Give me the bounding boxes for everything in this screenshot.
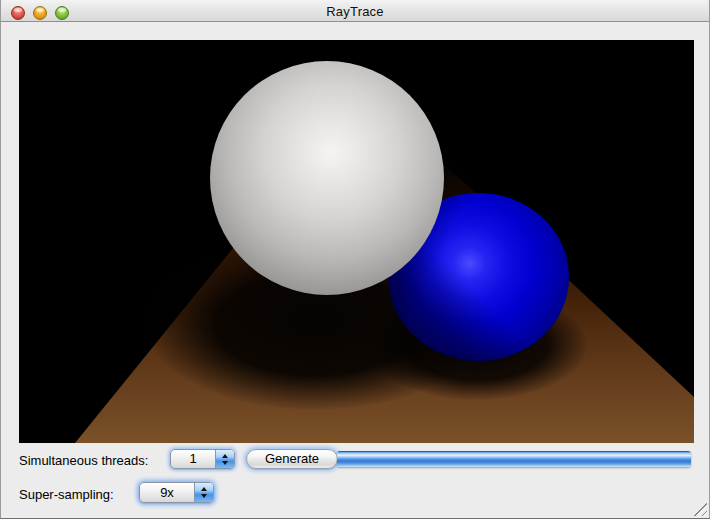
supersampling-label: Super-sampling: xyxy=(19,487,114,502)
render-progress-bar xyxy=(337,451,691,467)
arrow-up-icon xyxy=(201,487,207,491)
resize-grip-icon[interactable] xyxy=(692,501,707,516)
threads-label: Simultaneous threads: xyxy=(19,453,148,468)
window-title: RayTrace xyxy=(1,4,709,19)
arrow-down-icon xyxy=(222,461,228,465)
threads-stepper[interactable]: 1 xyxy=(170,449,235,469)
white-sphere xyxy=(210,61,444,295)
title-bar[interactable]: RayTrace xyxy=(1,0,709,22)
stepper-arrows-icon[interactable] xyxy=(215,450,234,468)
arrow-down-icon xyxy=(201,494,207,498)
raytrace-render-canvas xyxy=(19,40,694,443)
app-window: RayTrace Simultaneous threads: 1 Generat… xyxy=(0,0,710,519)
arrow-up-icon xyxy=(222,454,228,458)
stepper-arrows-icon[interactable] xyxy=(194,483,213,502)
generate-button[interactable]: Generate xyxy=(246,449,338,469)
supersampling-value: 9x xyxy=(140,483,194,502)
threads-value: 1 xyxy=(171,450,215,468)
supersampling-popup[interactable]: 9x xyxy=(139,482,214,503)
